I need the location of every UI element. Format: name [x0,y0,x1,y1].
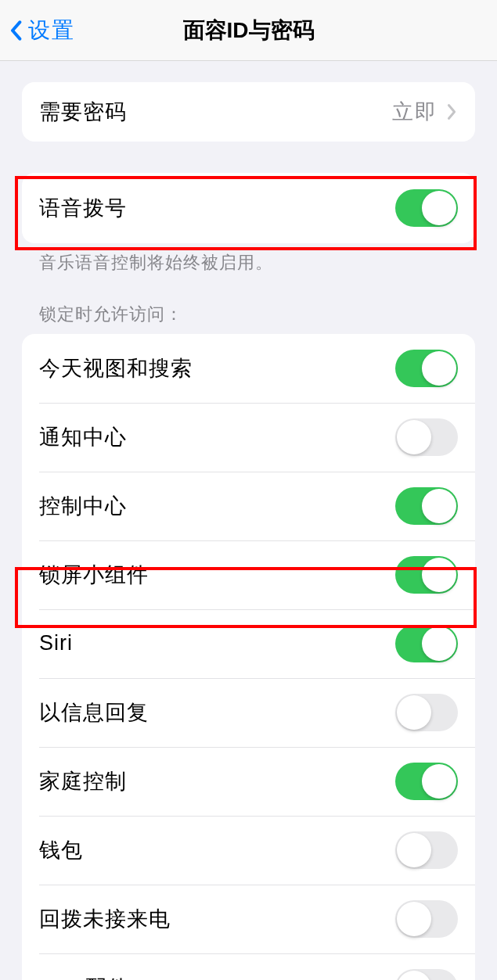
locked-access-row: 家庭控制 [22,747,475,816]
chevron-left-icon [8,19,23,42]
passcode-group: 需要密码 立即 [22,82,475,142]
locked-access-row: Siri [22,609,475,678]
locked-access-toggle[interactable] [395,487,458,525]
locked-access-label: 锁屏小组件 [39,561,149,589]
locked-access-toggle[interactable] [395,556,458,594]
locked-access-row: 控制中心 [22,472,475,540]
locked-access-label: 控制中心 [39,492,127,520]
locked-access-row: 今天视图和搜索 [22,334,475,403]
locked-access-toggle[interactable] [395,969,458,980]
locked-access-group: 今天视图和搜索通知中心控制中心锁屏小组件Siri以信息回复家庭控制钱包回拨未接来… [22,334,475,980]
locked-access-toggle[interactable] [395,418,458,456]
require-passcode-row[interactable]: 需要密码 立即 [22,82,475,142]
voice-dial-label: 语音拨号 [39,194,127,222]
locked-access-label: 回拨未接来电 [39,905,171,933]
voice-dial-row: 语音拨号 [22,173,475,243]
locked-access-toggle[interactable] [395,350,458,387]
navigation-bar: 设置 面容ID与密码 [0,0,497,61]
locked-access-toggle[interactable] [395,900,458,938]
voice-dial-group: 语音拨号 [22,173,475,243]
locked-access-header: 锁定时允许访问： [0,303,497,334]
require-passcode-label: 需要密码 [39,98,127,126]
locked-access-row: 回拨未接来电 [22,885,475,953]
locked-access-toggle[interactable] [395,625,458,662]
locked-access-label: 钱包 [39,836,83,864]
locked-access-row: USB配件 [22,953,475,980]
back-button[interactable]: 设置 [0,16,75,45]
locked-access-row: 以信息回复 [22,678,475,747]
locked-access-row: 锁屏小组件 [22,540,475,609]
locked-access-row: 钱包 [22,816,475,885]
page-title: 面容ID与密码 [183,16,315,45]
locked-access-label: USB配件 [39,974,129,980]
locked-access-label: 家庭控制 [39,767,127,795]
locked-access-label: 以信息回复 [39,698,149,727]
locked-access-toggle[interactable] [395,763,458,800]
require-passcode-value: 立即 [392,98,438,126]
locked-access-row: 通知中心 [22,403,475,472]
back-label: 设置 [28,16,75,45]
locked-access-label: 通知中心 [39,423,127,451]
locked-access-toggle[interactable] [395,694,458,731]
voice-dial-toggle[interactable] [395,189,458,227]
locked-access-toggle[interactable] [395,831,458,869]
chevron-right-icon [447,104,458,120]
locked-access-label: 今天视图和搜索 [39,354,193,382]
locked-access-label: Siri [39,631,73,655]
voice-dial-footer: 音乐语音控制将始终被启用。 [0,243,497,275]
